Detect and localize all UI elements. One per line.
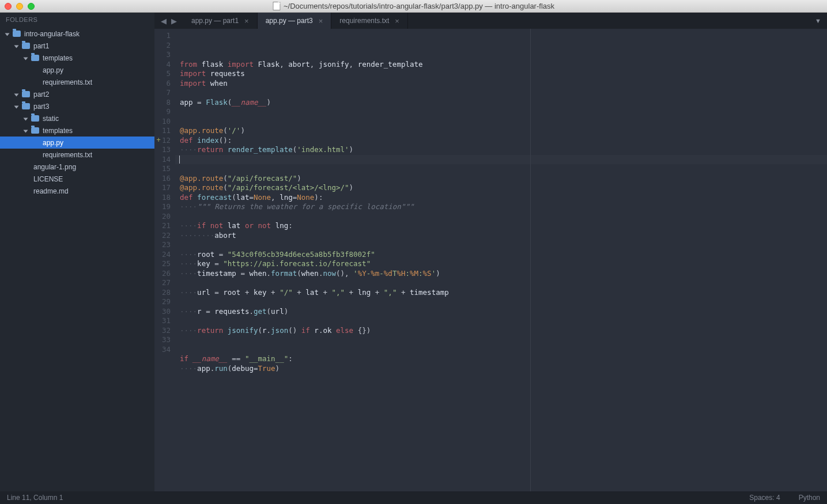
line-number[interactable]: 1 (154, 31, 171, 41)
code-line[interactable] (180, 316, 827, 326)
line-number[interactable]: 27 (154, 278, 171, 288)
line-number[interactable]: 19 (154, 202, 171, 212)
line-number[interactable]: 23 (154, 240, 171, 250)
tab-close-button[interactable]: × (319, 17, 323, 25)
line-number[interactable]: 24 (154, 250, 171, 260)
line-number[interactable]: 32 (154, 326, 171, 336)
editor-body[interactable]: 1234567891011121314151617181920212223242… (154, 29, 827, 491)
code-line[interactable]: ····return jsonify(r.json() if r.ok else… (180, 326, 827, 336)
tree-folder[interactable]: templates (0, 124, 154, 137)
code-line[interactable]: def forecast(lat=None, lng=None): (180, 193, 827, 203)
line-number[interactable]: 6 (154, 79, 171, 89)
line-number[interactable]: 30 (154, 307, 171, 317)
code-line[interactable]: @app.route("/api/forecast/<lat>/<lng>/") (180, 183, 827, 193)
code-line[interactable]: @app.route("/api/forecast/") (180, 174, 827, 184)
code-line[interactable]: ····""" Returns the weather for a specif… (180, 202, 827, 212)
line-number[interactable]: 20 (154, 212, 171, 222)
tree-file[interactable]: requirements.txt (0, 76, 154, 88)
line-number[interactable]: 25 (154, 259, 171, 269)
tree-folder[interactable]: part3 (0, 100, 154, 112)
code-line[interactable]: ····r = requests.get(url) (180, 307, 827, 317)
code-line[interactable]: if __name__ == "__main__": (180, 354, 827, 364)
tree-file[interactable]: app.py (0, 137, 154, 149)
code-line[interactable]: ····root = "543c0f05cb394d6ece5a8b5fb3f8… (180, 250, 827, 260)
tab-overflow-button[interactable]: ▼ (809, 17, 827, 24)
disclosure-arrow-icon (24, 55, 30, 61)
line-number[interactable]: 2 (154, 41, 171, 51)
code-line[interactable]: @app.route('/') (180, 126, 827, 136)
nav-forward-button[interactable]: ▶ (169, 17, 179, 25)
window-minimize-button[interactable] (16, 3, 23, 10)
code-line[interactable]: def index(): (180, 136, 827, 146)
tree-file[interactable]: angular-1.png (0, 161, 154, 173)
tree-folder[interactable]: intro-angular-flask (0, 28, 154, 40)
code-line[interactable]: ····app.run(debug=True) (180, 364, 827, 374)
nav-back-button[interactable]: ◀ (159, 17, 168, 25)
status-syntax[interactable]: Python (799, 494, 820, 502)
tree-folder[interactable]: part2 (0, 88, 154, 100)
status-indent[interactable]: Spaces: 4 (749, 494, 780, 502)
code-line[interactable] (180, 335, 827, 345)
line-number[interactable]: 11 (154, 126, 171, 136)
code-line[interactable]: import requests (180, 69, 827, 79)
line-number[interactable]: 17 (154, 183, 171, 193)
line-number[interactable]: 29 (154, 297, 171, 307)
code-line[interactable] (180, 240, 827, 250)
tab-close-button[interactable]: × (244, 17, 249, 25)
status-cursor-position[interactable]: Line 11, Column 1 (7, 494, 63, 502)
code-line[interactable]: from flask import Flask, abort, jsonify,… (180, 60, 827, 70)
line-number[interactable]: 33 (154, 335, 171, 345)
line-number-gutter[interactable]: 1234567891011121314151617181920212223242… (154, 29, 175, 491)
line-number[interactable]: 5 (154, 69, 171, 79)
tab[interactable]: app.py — part1× (183, 13, 258, 29)
code-content[interactable]: from flask import Flask, abort, jsonify,… (175, 29, 827, 491)
code-line[interactable]: ····url = root + key + "/" + lat + "," +… (180, 288, 827, 298)
line-number[interactable]: 31 (154, 316, 171, 326)
window-maximize-button[interactable] (28, 3, 35, 10)
code-line[interactable]: ····if not lat or not lng: (180, 221, 827, 231)
window-close-button[interactable] (5, 3, 12, 10)
tree-folder[interactable]: templates (0, 52, 154, 64)
code-line[interactable]: import when (180, 79, 827, 89)
tree-folder[interactable]: static (0, 112, 154, 124)
line-number[interactable]: 22 (154, 231, 171, 241)
tree-file[interactable]: readme.md (0, 185, 154, 197)
code-line[interactable] (180, 345, 827, 355)
code-line[interactable]: app = Flask(__name__) (180, 98, 827, 108)
code-line[interactable] (175, 155, 827, 165)
tab-close-button[interactable]: × (395, 17, 399, 25)
code-line[interactable] (180, 107, 827, 117)
line-number[interactable]: 10 (154, 117, 171, 127)
code-line[interactable] (180, 278, 827, 288)
line-number[interactable]: 8 (154, 98, 171, 108)
code-line[interactable]: ····key = "https://api.forecast.io/forec… (180, 259, 827, 269)
line-number[interactable]: 7 (154, 88, 171, 98)
line-number[interactable]: 18 (154, 193, 171, 203)
line-number[interactable]: 14 (154, 155, 171, 165)
line-number[interactable]: 9 (154, 107, 171, 117)
tree-folder[interactable]: part1 (0, 40, 154, 52)
line-number[interactable]: 13 (154, 145, 171, 155)
code-line[interactable]: ····timestamp = when.format(when.now(), … (180, 269, 827, 279)
code-line[interactable]: ········abort (180, 231, 827, 241)
line-number[interactable]: 15 (154, 164, 171, 174)
tab[interactable]: app.py — part3× (258, 13, 332, 29)
line-number[interactable]: 21 (154, 221, 171, 231)
tab[interactable]: requirements.txt× (331, 13, 408, 29)
code-line[interactable] (180, 117, 827, 127)
code-line[interactable]: ····return render_template('index.html') (180, 145, 827, 155)
code-line[interactable] (180, 212, 827, 222)
line-number[interactable]: 3 (154, 50, 171, 60)
line-number[interactable]: 34 (154, 345, 171, 355)
line-number[interactable]: 26 (154, 269, 171, 279)
line-number[interactable]: 16 (154, 174, 171, 184)
tree-file[interactable]: app.py (0, 64, 154, 76)
code-line[interactable] (180, 373, 827, 383)
code-line[interactable] (180, 88, 827, 98)
code-line[interactable] (180, 164, 827, 174)
tree-file[interactable]: requirements.txt (0, 149, 154, 161)
tree-file[interactable]: LICENSE (0, 173, 154, 185)
line-number[interactable]: 28 (154, 288, 171, 298)
code-line[interactable] (180, 297, 827, 307)
line-number[interactable]: 4 (154, 60, 171, 70)
